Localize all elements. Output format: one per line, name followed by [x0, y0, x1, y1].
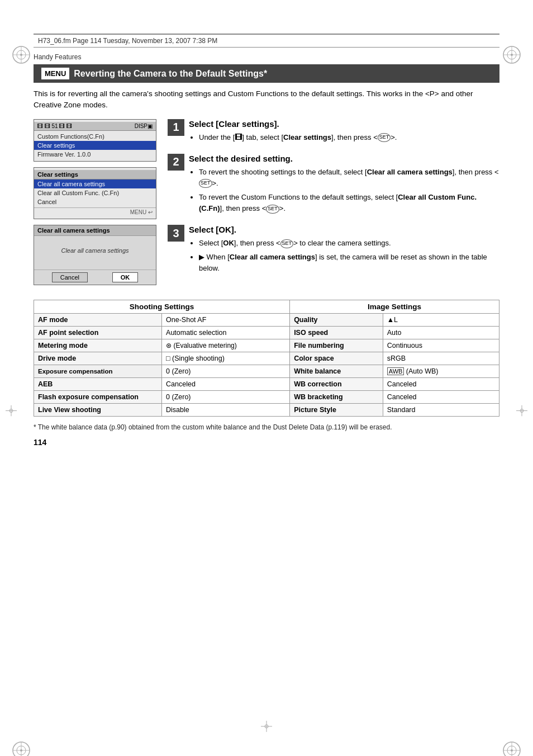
section-title-bar: MENU Reverting the Camera to the Default… [34, 64, 499, 83]
intro-text: This is for reverting all the camera's s… [34, 88, 499, 111]
image-settings-header: Image Settings [290, 300, 499, 313]
screen2-row3: Cancel [34, 197, 156, 206]
step3-number: 3 [168, 225, 184, 242]
table-row: AEB Canceled WB correction Canceled [34, 377, 499, 390]
table-row: Live View shooting Disable Picture Style… [34, 403, 499, 416]
table-row: Metering mode ⊛ (Evaluative metering) Fi… [34, 339, 499, 352]
step2-content: Select the desired setting. To revert th… [189, 154, 499, 218]
settings-table: Shooting Settings Image Settings AF mode… [34, 300, 499, 417]
table-row: Drive mode □ (Single shooting) Color spa… [34, 352, 499, 365]
screen1-row2: Clear settings [34, 141, 156, 150]
step3-row: 3 Select [OK]. Select [OK], then press <… [168, 225, 499, 277]
top-bar: H73_06.fm Page 114 Tuesday, November 13,… [34, 34, 499, 48]
section-title: Reverting the Camera to the Default Sett… [74, 69, 267, 79]
step3-title: Select [OK]. [189, 225, 499, 234]
step2-body: To revert the shooting settings to the d… [189, 167, 499, 215]
screen3-title: Clear all camera settings [34, 225, 156, 236]
step2-number: 2 [168, 154, 184, 171]
table-row: Exposure compensation 0 (Zero) White bal… [34, 365, 499, 377]
screen3-buttons: Cancel OK [34, 270, 156, 285]
screen3-mockup: Clear all camera settings Clear all came… [34, 225, 156, 285]
step2-row: 2 Select the desired setting. To revert … [168, 154, 499, 218]
step1-screen-col: 🎞 🎞 51 🎞 🎞 DISP▣ Custom Functions(C.Fn) … [34, 119, 156, 291]
page: H73_06.fm Page 114 Tuesday, November 13,… [0, 34, 533, 756]
step1-content: Select [Clear settings]. Under the [🎞] t… [189, 119, 499, 146]
table-row: Flash exposure compensation 0 (Zero) WB … [34, 390, 499, 403]
step2-title: Select the desired setting. [189, 154, 499, 163]
step1-number: 1 [168, 119, 184, 136]
step3-content: Select [OK]. Select [OK], then press <SE… [189, 225, 499, 277]
screen1-mockup: 🎞 🎞 51 🎞 🎞 DISP▣ Custom Functions(C.Fn) … [34, 119, 156, 162]
screen3-cancel-btn[interactable]: Cancel [52, 272, 88, 282]
screen1-row1: Custom Functions(C.Fn) [34, 132, 156, 141]
steps-col: 1 Select [Clear settings]. Under the [🎞]… [168, 119, 499, 291]
corner-decoration-bl [10, 739, 32, 756]
step3-body: Select [OK], then press <SET> to clear t… [189, 238, 499, 274]
top-bar-text: H73_06.fm Page 114 Tuesday, November 13,… [38, 37, 217, 45]
screen2-row1: Clear all camera settings [34, 179, 156, 188]
corner-decoration-tr [501, 44, 523, 66]
shooting-settings-header: Shooting Settings [34, 300, 290, 313]
page-number: 114 [34, 438, 499, 447]
screen1-row3: Firmware Ver. 1.0.0 [34, 150, 156, 159]
menu-icon: MENU [41, 68, 69, 79]
crosshair-right [516, 405, 527, 418]
main-content: Handy Features MENU Reverting the Camera… [34, 48, 499, 447]
corner-decoration-br [501, 739, 523, 756]
screen2-mockup: Clear settings Clear all camera settings… [34, 167, 156, 219]
table-row: AF point selection Automatic selection I… [34, 326, 499, 339]
crosshair-bottom [261, 721, 272, 734]
corner-decoration-tl [10, 44, 32, 66]
screen2-footer: MENU ↩ [34, 207, 156, 216]
crosshair-left [6, 405, 17, 418]
screen2-title: Clear settings [34, 170, 156, 179]
section-label: Handy Features [34, 53, 499, 61]
step1-section: 🎞 🎞 51 🎞 🎞 DISP▣ Custom Functions(C.Fn) … [34, 119, 499, 291]
screen1-header: 🎞 🎞 51 🎞 🎞 DISP▣ [34, 122, 156, 131]
step1-title: Select [Clear settings]. [189, 119, 499, 129]
screen3-ok-btn[interactable]: OK [112, 272, 139, 282]
step1-row: 1 Select [Clear settings]. Under the [🎞]… [168, 119, 499, 146]
screen2-row2: Clear all Custom Func. (C.Fn) [34, 188, 156, 197]
screen3-body: Clear all camera settings [34, 236, 156, 270]
step1-body: Under the [🎞] tab, select [Clear setting… [189, 132, 499, 143]
table-row: AF mode One-Shot AF Quality ▲L [34, 313, 499, 326]
footnote: * The white balance data (p.90) obtained… [34, 422, 499, 432]
settings-section: Shooting Settings Image Settings AF mode… [34, 300, 499, 417]
